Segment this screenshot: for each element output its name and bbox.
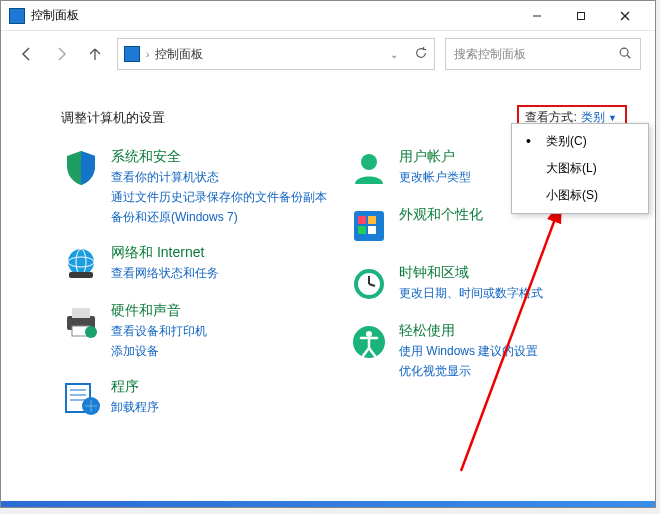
minimize-button[interactable] xyxy=(515,1,559,31)
category-link[interactable]: 添加设备 xyxy=(111,342,207,360)
navbar: › 控制面板 ⌄ 搜索控制面板 xyxy=(1,31,655,77)
chevron-right-icon: › xyxy=(146,49,149,60)
search-input[interactable]: 搜索控制面板 xyxy=(445,38,641,70)
svg-point-6 xyxy=(68,249,94,275)
dropdown-triangle-icon: ▼ xyxy=(608,113,617,123)
clock-icon xyxy=(349,264,389,304)
svg-rect-11 xyxy=(72,308,90,318)
category-link[interactable]: 查看网络状态和任务 xyxy=(111,264,219,282)
category-link[interactable]: 优化视觉显示 xyxy=(399,362,538,380)
category-title[interactable]: 用户帐户 xyxy=(399,148,471,166)
svg-point-30 xyxy=(366,331,372,337)
titlebar: 控制面板 xyxy=(1,1,655,31)
dropdown-item-small-icons[interactable]: 小图标(S) xyxy=(512,182,648,209)
maximize-button[interactable] xyxy=(559,1,603,31)
svg-rect-24 xyxy=(368,226,376,234)
category-link[interactable]: 使用 Windows 建议的设置 xyxy=(399,342,538,360)
svg-line-5 xyxy=(627,55,630,58)
close-button[interactable] xyxy=(603,1,647,31)
breadcrumb[interactable]: 控制面板 xyxy=(155,46,203,63)
up-button[interactable] xyxy=(83,42,107,66)
category-programs: 程序 卸载程序 xyxy=(61,378,339,418)
category-title[interactable]: 程序 xyxy=(111,378,159,396)
globe-icon xyxy=(61,244,101,284)
forward-button[interactable] xyxy=(49,42,73,66)
category-system-security: 系统和安全 查看你的计算机状态 通过文件历史记录保存你的文件备份副本 备份和还原… xyxy=(61,148,339,226)
svg-rect-23 xyxy=(358,226,366,234)
category-title[interactable]: 网络和 Internet xyxy=(111,244,219,262)
category-link[interactable]: 卸载程序 xyxy=(111,398,159,416)
page-heading: 调整计算机的设置 xyxy=(61,109,165,127)
svg-rect-22 xyxy=(368,216,376,224)
view-by-dropdown: 类别(C) 大图标(L) 小图标(S) xyxy=(511,123,649,214)
category-title[interactable]: 轻松使用 xyxy=(399,322,538,340)
category-network: 网络和 Internet 查看网络状态和任务 xyxy=(61,244,339,284)
category-link[interactable]: 更改帐户类型 xyxy=(399,168,471,186)
breadcrumb-dropdown-icon[interactable]: ⌄ xyxy=(390,49,398,60)
category-link[interactable]: 通过文件历史记录保存你的文件备份副本 xyxy=(111,188,327,206)
refresh-button[interactable] xyxy=(414,46,428,63)
category-title[interactable]: 系统和安全 xyxy=(111,148,327,166)
ease-icon xyxy=(349,322,389,362)
back-button[interactable] xyxy=(15,42,39,66)
shield-icon xyxy=(61,148,101,188)
search-icon xyxy=(618,46,632,63)
address-icon xyxy=(124,46,140,62)
category-title[interactable]: 外观和个性化 xyxy=(399,206,483,224)
svg-point-4 xyxy=(620,48,628,56)
category-ease-of-access: 轻松使用 使用 Windows 建议的设置 优化视觉显示 xyxy=(349,322,627,380)
control-panel-window: 控制面板 › 控制面板 ⌄ 搜索控制面板 调整计算机的设置 查看方式: xyxy=(0,0,656,508)
svg-rect-1 xyxy=(578,12,585,19)
svg-rect-9 xyxy=(69,272,93,278)
control-panel-icon xyxy=(9,8,25,24)
svg-point-13 xyxy=(85,326,97,338)
category-title[interactable]: 时钟和区域 xyxy=(399,264,543,282)
svg-rect-21 xyxy=(358,216,366,224)
svg-point-19 xyxy=(361,154,377,170)
address-bar[interactable]: › 控制面板 ⌄ xyxy=(117,38,435,70)
user-icon xyxy=(349,148,389,188)
programs-icon xyxy=(61,378,101,418)
category-link[interactable]: 查看你的计算机状态 xyxy=(111,168,327,186)
category-title[interactable]: 硬件和声音 xyxy=(111,302,207,320)
left-column: 系统和安全 查看你的计算机状态 通过文件历史记录保存你的文件备份副本 备份和还原… xyxy=(61,148,339,418)
dropdown-item-category[interactable]: 类别(C) xyxy=(512,128,648,155)
category-link[interactable]: 查看设备和打印机 xyxy=(111,322,207,340)
category-link[interactable]: 备份和还原(Windows 7) xyxy=(111,208,327,226)
category-clock-region: 时钟和区域 更改日期、时间或数字格式 xyxy=(349,264,627,304)
dropdown-item-large-icons[interactable]: 大图标(L) xyxy=(512,155,648,182)
window-buttons xyxy=(515,1,647,31)
taskbar-strip xyxy=(1,501,655,507)
category-link[interactable]: 更改日期、时间或数字格式 xyxy=(399,284,543,302)
category-hardware: 硬件和声音 查看设备和打印机 添加设备 xyxy=(61,302,339,360)
printer-icon xyxy=(61,302,101,342)
search-placeholder: 搜索控制面板 xyxy=(454,46,526,63)
appearance-icon xyxy=(349,206,389,246)
window-title: 控制面板 xyxy=(31,7,515,24)
